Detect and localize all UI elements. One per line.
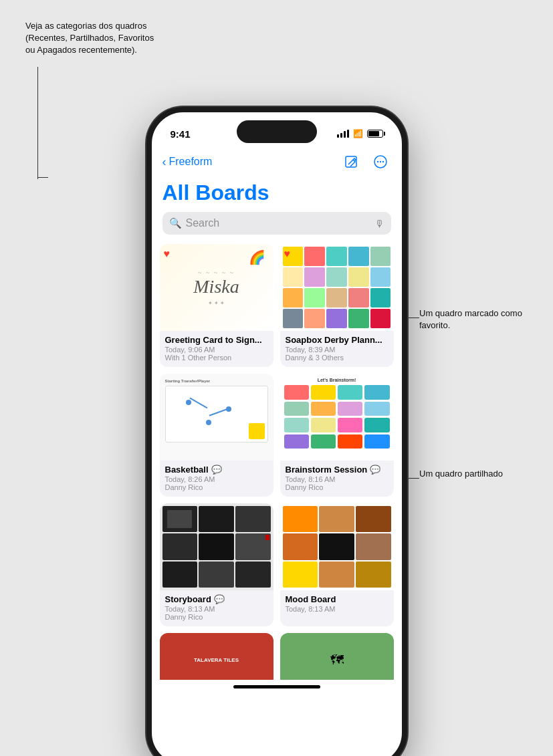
board-card-basketball[interactable]: Starting Transfer/Player Basketba (160, 374, 273, 497)
wifi-icon: 📶 (353, 129, 363, 138)
shared-icon-basketball: 💬 (211, 465, 222, 475)
board-title-soapbox: Soapbox Derby Plann... (286, 335, 382, 345)
boards-partial-row: TALAVERA TILES 🗺 (152, 626, 402, 680)
board-info-brainstorm: Brainstorm Session 💬 Today, 8:16 AM Dann… (280, 461, 394, 497)
board-thumbnail-moodboard (280, 503, 394, 590)
board-card-talavera-partial[interactable]: TALAVERA TILES (160, 633, 273, 680)
nav-back-button[interactable]: ‹ Freeform (162, 155, 213, 169)
microphone-icon[interactable]: 🎙 (374, 218, 384, 229)
board-card-soapbox[interactable]: ♥ (280, 244, 394, 367)
page-title: All Boards (152, 178, 402, 212)
compose-icon (344, 154, 358, 169)
signal-bar-2 (340, 133, 342, 138)
svg-point-3 (379, 161, 380, 162)
home-bar (233, 685, 320, 688)
board-info-soapbox: Soapbox Derby Plann... Today, 8:39 AM Da… (280, 331, 394, 367)
board-info-moodboard: Mood Board Today, 8:13 AM (280, 590, 394, 618)
board-info-greeting: Greeting Card to Sign... Today, 9:06 AM … (160, 331, 273, 367)
annotation-right-top-text: Um quadro marcado como favorito. (419, 308, 522, 330)
board-card-greeting[interactable]: ♥ ~ ~ ~ ~ ~ Miska ✦ ✦ ✦ 🌈 Greeting Card … (160, 244, 273, 367)
signal-bar-3 (344, 131, 346, 138)
rainbow-decoration: 🌈 (249, 249, 265, 265)
nav-bar: ‹ Freeform (152, 148, 402, 178)
signal-bars-icon (337, 130, 349, 138)
board-date-brainstorm: Today, 8:16 AM (286, 475, 389, 483)
board-author-soapbox: Danny & 3 Others (286, 354, 389, 362)
board-date-greeting: Today, 9:06 AM (165, 346, 268, 354)
board-title-storyboard: Storyboard (165, 594, 211, 604)
svg-point-2 (376, 161, 378, 162)
board-card-map-partial[interactable]: 🗺 (280, 633, 394, 680)
annotation-top-text: Veja as categorias dos quadros (Recentes… (25, 21, 154, 55)
status-time: 9:41 (171, 128, 191, 140)
new-board-button[interactable] (340, 151, 362, 172)
svg-point-4 (382, 161, 383, 162)
board-title-greeting: Greeting Card to Sign... (165, 335, 262, 345)
board-info-storyboard: Storyboard 💬 Today, 8:13 AM Danny Rico (160, 590, 273, 626)
nav-back-label: Freeform (169, 156, 213, 168)
signal-bar-1 (337, 134, 339, 138)
annotation-right-bottom-text: Um quadro partilhado (419, 469, 503, 479)
board-date-basketball: Today, 8:26 AM (165, 475, 268, 483)
battery-fill (368, 131, 379, 136)
more-options-button[interactable] (370, 151, 391, 172)
board-author-basketball: Danny Rico (165, 483, 268, 491)
board-thumbnail-brainstorm: Let's Brainstorm! (280, 374, 394, 461)
board-thumbnail-greeting: ♥ ~ ~ ~ ~ ~ Miska ✦ ✦ ✦ 🌈 (160, 244, 273, 331)
board-date-moodboard: Today, 8:13 AM (286, 605, 389, 613)
board-title-brainstorm: Brainstorm Session (286, 465, 368, 475)
annotation-tick-top (37, 177, 48, 178)
board-date-storyboard: Today, 8:13 AM (165, 605, 268, 613)
back-chevron-icon: ‹ (162, 155, 167, 169)
board-card-brainstorm[interactable]: Let's Brainstorm! (280, 374, 394, 497)
battery-icon (367, 130, 383, 138)
favorite-heart-greeting: ♥ (164, 248, 171, 260)
status-icons: 📶 (337, 129, 383, 138)
board-thumbnail-soapbox: ♥ (280, 244, 394, 331)
nav-right-icons (340, 151, 391, 172)
board-card-moodboard[interactable]: Mood Board Today, 8:13 AM (280, 503, 394, 626)
annotation-right-bottom: Um quadro partilhado (419, 468, 526, 480)
board-info-basketball: Basketball 💬 Today, 8:26 AM Danny Rico (160, 461, 273, 497)
annotation-line-top (37, 67, 38, 179)
board-title-basketball: Basketball (165, 465, 209, 475)
search-icon: 🔍 (169, 217, 182, 229)
phone-frame: 9:41 📶 ‹ Freeform (146, 107, 407, 756)
home-indicator[interactable] (152, 680, 402, 697)
board-thumbnail-basketball: Starting Transfer/Player (160, 374, 273, 461)
board-author-storyboard: Danny Rico (165, 613, 268, 621)
shared-icon-storyboard: 💬 (214, 594, 225, 604)
dynamic-island (237, 120, 317, 143)
annotation-right-top: Um quadro marcado como favorito. (419, 307, 526, 332)
shared-icon-brainstorm: 💬 (370, 465, 380, 475)
annotation-top: Veja as categorias dos quadros (Recentes… (25, 20, 159, 57)
board-card-storyboard[interactable]: Storyboard 💬 Today, 8:13 AM Danny Rico (160, 503, 273, 626)
board-title-moodboard: Mood Board (286, 594, 336, 604)
board-author-greeting: With 1 Other Person (165, 354, 268, 362)
search-bar[interactable]: 🔍 Search 🎙 (162, 212, 391, 235)
search-input[interactable]: Search (186, 217, 370, 229)
board-date-soapbox: Today, 8:39 AM (286, 346, 389, 354)
boards-grid: ♥ ~ ~ ~ ~ ~ Miska ✦ ✦ ✦ 🌈 Greeting Card … (152, 244, 402, 626)
ellipsis-circle-icon (373, 154, 388, 169)
talavera-label: TALAVERA TILES (194, 657, 239, 663)
board-thumbnail-storyboard (160, 503, 273, 590)
signal-bar-4 (347, 130, 349, 138)
board-author-brainstorm: Danny Rico (286, 483, 389, 491)
favorite-heart-soapbox: ♥ (284, 248, 291, 260)
